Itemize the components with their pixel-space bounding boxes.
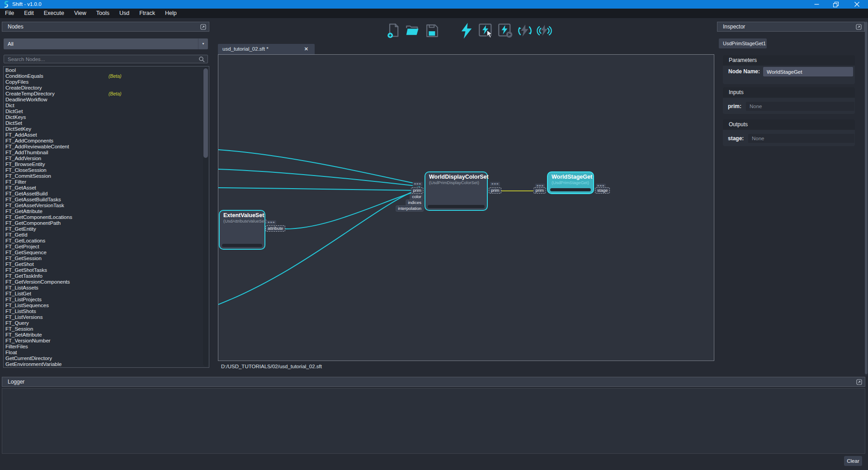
menu-item[interactable]: Help [160, 9, 182, 18]
clear-button[interactable]: Clear [844, 456, 862, 466]
node-type-item[interactable]: FT_ListProjects [4, 297, 209, 303]
scrollbar-thumb[interactable] [865, 22, 868, 374]
node-type-item[interactable]: FT_Query [4, 320, 209, 326]
node-type-item[interactable]: FT_GetAssetVersionTask [4, 203, 209, 209]
node-type-item[interactable]: FT_ListGet [4, 291, 209, 297]
node-type-item[interactable]: FT_VersionNumber [4, 338, 209, 344]
node-type-item[interactable]: DeadlineWorkflow [4, 97, 209, 103]
node-filter-dropdown[interactable]: All ▼ [4, 38, 208, 49]
save-graph-icon[interactable] [425, 22, 440, 40]
port-interpolation[interactable]: interpolation [396, 205, 424, 212]
node-type-item[interactable]: FT_AddThumbnail [4, 150, 209, 156]
execute-after-selected-icon[interactable] [498, 22, 513, 40]
graph-node-worldstageget[interactable]: WorldStageGet (UsdPrimStageGet) [547, 171, 594, 194]
node-type-item[interactable]: FT_GetAssetBuildTasks [4, 197, 209, 203]
inspector-node-tab[interactable]: UsdPrimStageGet1 [719, 38, 767, 48]
node-type-item[interactable]: FT_GetAssetBuild [4, 191, 209, 197]
node-type-item[interactable]: CreateTempDirectory(Beta) [4, 91, 209, 97]
port-indices[interactable]: indices [406, 199, 424, 206]
node-type-item[interactable]: Float [4, 350, 209, 356]
menu-item[interactable]: Edit [19, 9, 39, 18]
node-type-item[interactable]: GetCurrentDirectory [4, 356, 209, 361]
node-type-item[interactable]: FT_GetComponentLocations [4, 214, 209, 220]
node-type-item[interactable]: FT_GetComponentPath [4, 220, 209, 226]
node-type-item[interactable]: Bool [4, 67, 209, 73]
port-prim-out[interactable]: prim [489, 187, 501, 194]
node-type-item[interactable]: FT_GetVersionComponents [4, 279, 209, 285]
node-type-item[interactable]: FT_CommitSession [4, 173, 209, 179]
live-execution-icon[interactable] [537, 22, 552, 40]
node-type-item[interactable]: FT_GetSession [4, 256, 209, 261]
restore-button[interactable] [828, 0, 844, 9]
node-type-item[interactable]: ConditionEquals(Beta) [4, 73, 209, 79]
menu-item[interactable]: View [69, 9, 91, 18]
new-graph-icon[interactable] [386, 22, 401, 40]
inspector-scrollbar[interactable] [865, 20, 868, 375]
execute-refresh-icon[interactable] [517, 22, 533, 40]
port-stage-out[interactable]: stage [595, 187, 610, 194]
port-prim-in[interactable]: prim [533, 187, 546, 194]
node-type-item[interactable]: FT_GetSequence [4, 250, 209, 256]
node-type-item[interactable]: FT_AddComponents [4, 138, 209, 144]
node-type-item[interactable]: FT_GetAsset [4, 185, 209, 191]
node-type-item[interactable]: FT_GetEntity [4, 226, 209, 232]
undock-icon[interactable] [856, 24, 862, 30]
execute-selected-icon[interactable] [478, 22, 494, 40]
port-color[interactable]: color [410, 194, 424, 200]
port-prim-in[interactable]: prim [411, 187, 424, 194]
open-graph-icon[interactable] [405, 22, 420, 40]
node-type-item[interactable]: FT_ListAssets [4, 285, 209, 291]
node-type-item[interactable]: GetEnvironmentVariable [4, 361, 209, 367]
node-type-item[interactable]: DictSet [4, 120, 209, 126]
editor-tab[interactable]: usd_tutorial_02.sft * ✕ [218, 44, 315, 54]
menu-item[interactable]: Ftrack [134, 9, 160, 18]
node-type-item[interactable]: FT_CloseSession [4, 167, 209, 173]
node-type-item[interactable]: CopyFiles [4, 79, 209, 85]
menu-item[interactable]: File [0, 9, 19, 18]
undock-icon[interactable] [200, 24, 206, 30]
undock-icon[interactable] [856, 379, 862, 385]
node-type-item[interactable]: FT_AddReviewableContent [4, 144, 209, 150]
port-attribute[interactable]: attribute [265, 225, 285, 232]
node-type-item[interactable]: FT_GetTaskInfo [4, 273, 209, 279]
exec-out-port[interactable]: »»» [266, 220, 276, 225]
node-type-item[interactable]: FT_GetProject [4, 244, 209, 250]
search-input[interactable] [4, 55, 208, 63]
node-type-item[interactable]: DictGet [4, 109, 209, 114]
exec-in-port[interactable]: »»» [413, 182, 423, 186]
node-type-item[interactable]: FT_ListSequences [4, 303, 209, 309]
node-type-item[interactable]: DictSetKey [4, 126, 209, 132]
node-type-item[interactable]: FT_ListShots [4, 309, 209, 314]
node-type-item[interactable]: DictKeys [4, 114, 209, 120]
menu-item[interactable]: Tools [91, 9, 114, 18]
node-type-item[interactable]: FT_AddVersion [4, 156, 209, 161]
node-type-item[interactable]: Dict [4, 103, 209, 109]
scrollbar-thumb[interactable] [203, 68, 208, 158]
tab-close-icon[interactable]: ✕ [304, 44, 308, 54]
close-button[interactable] [849, 0, 864, 9]
node-type-item[interactable]: FT_GetLocations [4, 238, 209, 244]
node-type-item[interactable]: CreateDirectory [4, 85, 209, 91]
node-type-item[interactable]: FT_Session [4, 326, 209, 332]
node-type-item[interactable]: FT_GetId [4, 232, 209, 238]
node-type-item[interactable]: FT_ListVersions [4, 314, 209, 320]
node-name-input[interactable] [763, 67, 853, 76]
menu-item[interactable]: Execute [39, 9, 69, 18]
node-type-item[interactable]: FT_GetShot [4, 261, 209, 267]
exec-out-port[interactable]: »»» [490, 182, 500, 186]
node-type-item[interactable]: FT_GetAttribute [4, 209, 209, 214]
node-type-item[interactable]: FT_SetAttribute [4, 332, 209, 338]
graph-node-extentvalueset[interactable]: ExtentValueSet (UsdAttributeValueSet) [219, 210, 265, 250]
node-type-item[interactable]: FT_AddAsset [4, 132, 209, 138]
menu-bar: FileEditExecuteViewToolsUsdFtrackHelp [0, 9, 868, 18]
graph-node-worlddisplaycolorset[interactable]: WorldDisplayColorSet (UsdPrimDisplayColo… [425, 171, 488, 211]
node-type-item[interactable]: FT_BrowseEntity [4, 161, 209, 167]
node-graph-canvas[interactable]: ExtentValueSet (UsdAttributeValueSet) »»… [218, 54, 714, 361]
node-list-scrollbar[interactable] [203, 67, 208, 366]
node-type-item[interactable]: FT_Filter [4, 179, 209, 185]
minimize-button[interactable] [809, 0, 824, 9]
node-type-item[interactable]: FilterFiles [4, 344, 209, 350]
execute-icon[interactable] [459, 22, 474, 40]
node-type-item[interactable]: FT_GetShotTasks [4, 267, 209, 273]
menu-item[interactable]: Usd [114, 9, 134, 18]
